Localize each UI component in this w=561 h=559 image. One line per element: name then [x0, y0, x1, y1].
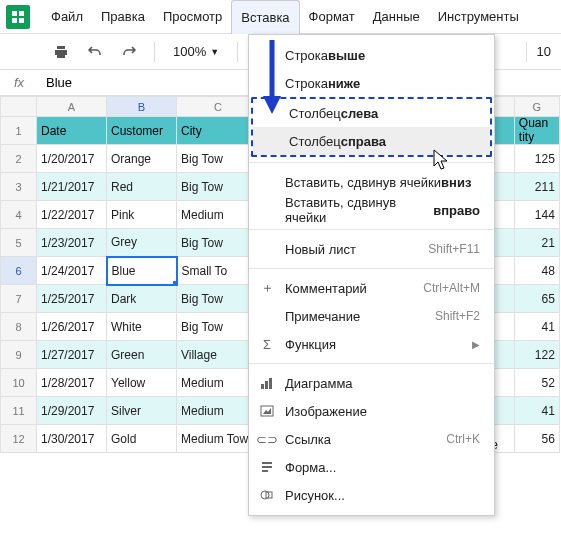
undo-icon[interactable]	[82, 39, 108, 65]
cell[interactable]: Silver	[107, 397, 177, 425]
print-icon[interactable]	[48, 39, 74, 65]
cell[interactable]: White	[107, 313, 177, 341]
row-header[interactable]: 4	[1, 201, 37, 229]
menu-column-right[interactable]: Столбец справа	[253, 127, 490, 155]
cell[interactable]: Big Tow	[177, 285, 260, 313]
cell[interactable]: Quan tity	[514, 117, 559, 145]
menu-data[interactable]: Данные	[364, 0, 429, 34]
menu-insert[interactable]: Вставка	[231, 0, 299, 34]
cell[interactable]: 1/20/2017	[37, 145, 107, 173]
menu-edit[interactable]: Правка	[92, 0, 154, 34]
cell[interactable]: Big Tow	[177, 173, 260, 201]
menu-format[interactable]: Формат	[300, 0, 364, 34]
cell[interactable]: Customer	[107, 117, 177, 145]
cell[interactable]: 48	[514, 257, 559, 285]
cell[interactable]: 1/29/2017	[37, 397, 107, 425]
fill-handle[interactable]	[173, 281, 177, 285]
menu-note[interactable]: ПримечаниеShift+F2	[249, 302, 494, 330]
row-header[interactable]: 8	[1, 313, 37, 341]
cell[interactable]: 1/25/2017	[37, 285, 107, 313]
cell[interactable]: 1/26/2017	[37, 313, 107, 341]
cell[interactable]: 41	[514, 397, 559, 425]
menu-column-left[interactable]: Столбец слева	[253, 99, 490, 127]
cell[interactable]: 211	[514, 173, 559, 201]
menu-comment[interactable]: ＋КомментарийCtrl+Alt+M	[249, 274, 494, 302]
cell[interactable]: Red	[107, 173, 177, 201]
cell[interactable]: 41	[514, 313, 559, 341]
cell[interactable]: Date	[37, 117, 107, 145]
cell[interactable]: Orange	[107, 145, 177, 173]
menu-row-above[interactable]: Строка выше	[249, 41, 494, 69]
cell[interactable]: 56	[514, 425, 559, 453]
cell[interactable]: Medium	[177, 201, 260, 229]
cell[interactable]: 144	[514, 201, 559, 229]
menu-view[interactable]: Просмотр	[154, 0, 231, 34]
menu-label: Новый лист	[285, 242, 356, 257]
cell[interactable]: 1/23/2017	[37, 229, 107, 257]
menu-function[interactable]: ΣФункция▶	[249, 330, 494, 358]
menu-tools[interactable]: Инструменты	[429, 0, 528, 34]
cell[interactable]: Big Tow	[177, 145, 260, 173]
menu-shift-cells-right[interactable]: Вставить, сдвинув ячейки вправо	[249, 196, 494, 224]
menu-drawing[interactable]: Рисунок...	[249, 481, 494, 509]
cell[interactable]: 1/30/2017	[37, 425, 107, 453]
cell[interactable]: 1/27/2017	[37, 341, 107, 369]
zoom-dropdown[interactable]: 100%▼	[167, 44, 225, 59]
row-header[interactable]: 2	[1, 145, 37, 173]
cell[interactable]: Gold	[107, 425, 177, 453]
col-header-c[interactable]: C	[177, 97, 260, 117]
cell[interactable]: Dark	[107, 285, 177, 313]
col-header-g[interactable]: G	[514, 97, 559, 117]
cell[interactable]: 65	[514, 285, 559, 313]
cell[interactable]: Pink	[107, 201, 177, 229]
row-header[interactable]: 9	[1, 341, 37, 369]
cell[interactable]: Big Tow	[177, 229, 260, 257]
row-header[interactable]: 12	[1, 425, 37, 453]
menu-new-sheet[interactable]: Новый листShift+F11	[249, 235, 494, 263]
row-header[interactable]: 11	[1, 397, 37, 425]
cell[interactable]: 21	[514, 229, 559, 257]
cell[interactable]: Green	[107, 341, 177, 369]
redo-icon[interactable]	[116, 39, 142, 65]
app-logo[interactable]	[6, 5, 30, 29]
fx-label: fx	[0, 75, 38, 90]
cell[interactable]: Yellow	[107, 369, 177, 397]
cell[interactable]: Grey	[107, 229, 177, 257]
row-header[interactable]: 10	[1, 369, 37, 397]
select-all-corner[interactable]	[1, 97, 37, 117]
cell[interactable]: 1/22/2017	[37, 201, 107, 229]
mouse-cursor-icon	[432, 148, 452, 177]
cell[interactable]: 1/24/2017	[37, 257, 107, 285]
cell[interactable]: Medium	[177, 397, 260, 425]
cell[interactable]: 125	[514, 145, 559, 173]
row-header[interactable]: 7	[1, 285, 37, 313]
row-header[interactable]: 5	[1, 229, 37, 257]
cell[interactable]: 122	[514, 341, 559, 369]
cell[interactable]: 52	[514, 369, 559, 397]
cell[interactable]: Small To	[177, 257, 260, 285]
cell[interactable]: Big Tow	[177, 313, 260, 341]
row-header[interactable]: 3	[1, 173, 37, 201]
menu-row-below[interactable]: Строка ниже	[249, 69, 494, 97]
menu-separator	[249, 268, 494, 269]
cell[interactable]: Village	[177, 341, 260, 369]
cell[interactable]: 1/21/2017	[37, 173, 107, 201]
row-header[interactable]: 6	[1, 257, 37, 285]
menu-label: Диаграмма	[285, 376, 353, 391]
menu-shift-cells-down[interactable]: Вставить, сдвинув ячейки вниз	[249, 168, 494, 196]
menu-form[interactable]: Форма...	[249, 453, 494, 481]
svg-rect-7	[269, 378, 272, 389]
cell[interactable]: 1/28/2017	[37, 369, 107, 397]
cell[interactable]: City	[177, 117, 260, 145]
cell[interactable]: Medium	[177, 369, 260, 397]
menu-file[interactable]: Файл	[42, 0, 92, 34]
menu-link[interactable]: ⊂⊃СсылкаCtrl+K	[249, 425, 494, 453]
menu-image[interactable]: Изображение	[249, 397, 494, 425]
cell[interactable]: Medium Town	[177, 425, 260, 453]
row-header[interactable]: 1	[1, 117, 37, 145]
col-header-b[interactable]: B	[107, 97, 177, 117]
col-header-a[interactable]: A	[37, 97, 107, 117]
menu-label-bold: ниже	[328, 76, 360, 91]
active-cell[interactable]: Blue	[107, 257, 177, 285]
menu-chart[interactable]: Диаграмма	[249, 369, 494, 397]
